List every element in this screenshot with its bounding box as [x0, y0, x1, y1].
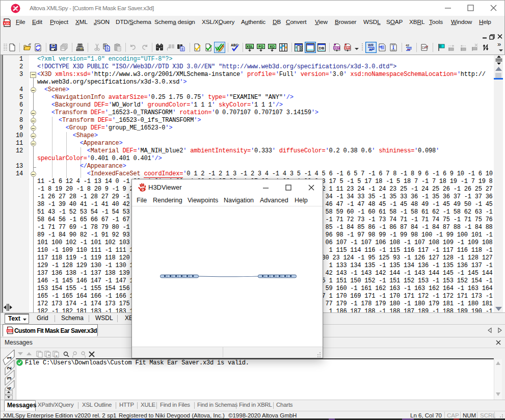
svg-text:DEF: DEF	[334, 46, 340, 49]
svg-text:XSL: XSL	[246, 45, 253, 48]
svg-text:2: 2	[7, 366, 12, 370]
svg-text:X3D: X3D	[7, 329, 12, 332]
svg-text:X3D: X3D	[4, 22, 10, 25]
svg-text:3: 3	[7, 377, 12, 380]
svg-text:XQ: XQ	[270, 45, 275, 49]
svg-text:DB: DB	[319, 46, 325, 50]
svg-text:FILE: FILE	[344, 46, 350, 49]
svg-text:D: D	[422, 46, 424, 49]
svg-text:1: 1	[7, 356, 12, 359]
svg-text:42: 42	[406, 43, 409, 47]
svg-text:FO: FO	[258, 45, 263, 48]
svg-text:WR: WR	[368, 43, 374, 47]
